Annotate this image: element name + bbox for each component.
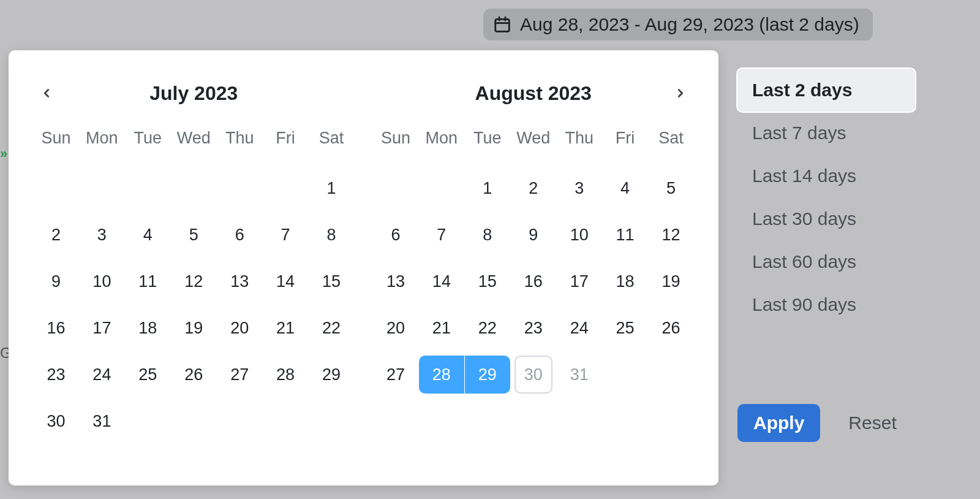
calendar-day[interactable]: 2 (33, 211, 79, 258)
next-month-button[interactable] (667, 80, 694, 107)
calendar-day[interactable]: 10 (556, 211, 602, 258)
calendar-day[interactable]: 19 (171, 305, 217, 351)
preset-option[interactable]: Last 90 days (737, 283, 915, 326)
calendar-day[interactable]: 6 (373, 211, 419, 258)
calendar-day[interactable]: 11 (125, 258, 171, 305)
calendar-day[interactable]: 1 (309, 165, 355, 211)
weekday-header: Thu (556, 129, 602, 165)
date-range-popover: July 2023 SunMonTueWedThuFriSat123456789… (9, 50, 718, 486)
calendar-day[interactable]: 17 (79, 305, 125, 351)
calendar-day[interactable]: 22 (464, 305, 510, 351)
preset-option[interactable]: Last 60 days (737, 240, 915, 283)
calendar-day[interactable]: 26 (648, 305, 694, 351)
calendar-day[interactable]: 4 (602, 165, 648, 211)
calendar-day[interactable]: 30 (33, 398, 79, 444)
calendar-grid-right: SunMonTueWedThuFriSat1234567891011121314… (373, 129, 695, 398)
calendar-day[interactable]: 21 (418, 305, 464, 351)
weekday-header: Sun (373, 129, 419, 165)
calendar-blank (418, 165, 464, 211)
calendar-day[interactable]: 10 (79, 258, 125, 305)
calendar-day[interactable]: 17 (556, 258, 602, 305)
weekday-header: Thu (217, 129, 263, 165)
calendar-day[interactable]: 21 (263, 305, 309, 351)
calendar-day[interactable]: 5 (171, 211, 217, 258)
calendar-day[interactable]: 14 (418, 258, 464, 305)
calendar-day[interactable]: 25 (125, 351, 171, 398)
month-left: July 2023 SunMonTueWedThuFriSat123456789… (33, 78, 355, 486)
calendar-day[interactable]: 6 (217, 211, 263, 258)
calendar-blank (125, 165, 171, 211)
calendar-day[interactable]: 13 (217, 258, 263, 305)
calendar-day[interactable]: 11 (602, 211, 648, 258)
calendar-blank (79, 165, 125, 211)
calendar-day[interactable]: 7 (418, 211, 464, 258)
month-title-left: July 2023 (149, 82, 238, 105)
calendar-day[interactable]: 3 (556, 165, 602, 211)
preset-option[interactable]: Last 30 days (737, 197, 915, 240)
weekday-header: Sat (309, 129, 355, 165)
calendar-blank (33, 165, 79, 211)
apply-button[interactable]: Apply (737, 404, 820, 442)
month-right: August 2023 SunMonTueWedThuFriSat1234567… (373, 78, 695, 486)
calendar-day[interactable]: 29 (309, 351, 355, 398)
calendar-blank (171, 165, 217, 211)
calendar-day[interactable]: 28 (418, 351, 464, 398)
calendar-day[interactable]: 8 (464, 211, 510, 258)
calendar-day[interactable]: 28 (263, 351, 309, 398)
calendar-day[interactable]: 24 (556, 305, 602, 351)
preset-list: Last 2 daysLast 7 daysLast 14 daysLast 3… (737, 69, 915, 326)
date-range-trigger[interactable]: Aug 28, 2023 - Aug 29, 2023 (last 2 days… (483, 9, 873, 40)
weekday-header: Fri (263, 129, 309, 165)
calendar-day[interactable]: 15 (309, 258, 355, 305)
calendar-day[interactable]: 29 (464, 351, 510, 398)
calendar-day[interactable]: 4 (125, 211, 171, 258)
calendar-day[interactable]: 16 (33, 305, 79, 351)
calendar-day[interactable]: 18 (125, 305, 171, 351)
calendar-day[interactable]: 18 (602, 258, 648, 305)
preset-option[interactable]: Last 14 days (737, 154, 915, 197)
calendar-day[interactable]: 9 (33, 258, 79, 305)
calendar-day[interactable]: 1 (464, 165, 510, 211)
weekday-header: Tue (464, 129, 510, 165)
calendar-day[interactable]: 9 (510, 211, 556, 258)
weekday-header: Wed (510, 129, 556, 165)
calendar-blank (373, 165, 419, 211)
calendar-day[interactable]: 16 (510, 258, 556, 305)
calendar-day[interactable]: 26 (171, 351, 217, 398)
calendar-day[interactable]: 22 (309, 305, 355, 351)
calendar-day[interactable]: 23 (510, 305, 556, 351)
calendar-day[interactable]: 14 (263, 258, 309, 305)
calendar-day[interactable]: 19 (648, 258, 694, 305)
calendar-day[interactable]: 27 (217, 351, 263, 398)
preset-option[interactable]: Last 2 days (737, 69, 915, 112)
date-range-label: Aug 28, 2023 - Aug 29, 2023 (last 2 days… (520, 14, 859, 35)
prev-month-button[interactable] (33, 80, 60, 107)
calendar-day[interactable]: 20 (217, 305, 263, 351)
reset-button[interactable]: Reset (845, 412, 900, 434)
calendar-day[interactable]: 12 (648, 211, 694, 258)
calendar-day[interactable]: 31 (79, 398, 125, 444)
calendar-day[interactable]: 5 (648, 165, 694, 211)
weekday-header: Mon (79, 129, 125, 165)
calendar-day[interactable]: 24 (79, 351, 125, 398)
month-title-right: August 2023 (475, 82, 592, 105)
calendar-day[interactable]: 23 (33, 351, 79, 398)
weekday-header: Mon (418, 129, 464, 165)
calendar-day[interactable]: 8 (309, 211, 355, 258)
calendar-day: 31 (556, 351, 602, 398)
calendar-day[interactable]: 25 (602, 305, 648, 351)
calendar-icon (493, 15, 511, 34)
calendar-day[interactable]: 20 (373, 305, 419, 351)
calendar-day: 30 (510, 351, 556, 398)
weekday-header: Tue (125, 129, 171, 165)
calendar-day[interactable]: 27 (373, 351, 419, 398)
calendar-blank (217, 165, 263, 211)
calendar-day[interactable]: 13 (373, 258, 419, 305)
calendar-day[interactable]: 2 (510, 165, 556, 211)
calendar-day[interactable]: 15 (464, 258, 510, 305)
calendar-day[interactable]: 3 (79, 211, 125, 258)
calendar-day[interactable]: 12 (171, 258, 217, 305)
preset-option[interactable]: Last 7 days (737, 112, 915, 154)
weekday-header: Fri (602, 129, 648, 165)
calendar-day[interactable]: 7 (263, 211, 309, 258)
